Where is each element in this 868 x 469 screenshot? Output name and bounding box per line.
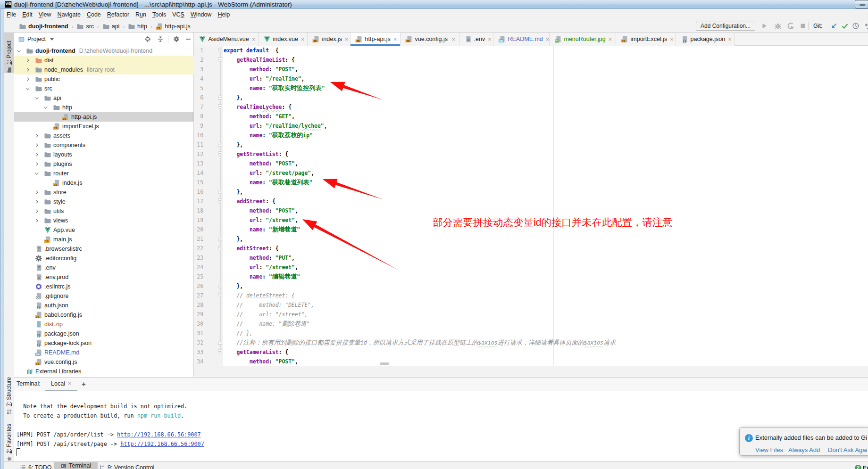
fold-start-icon[interactable] [217,293,223,298]
fold-end-icon[interactable] [217,95,223,100]
terminal-link[interactable]: http://192.168.66.56:9007 [117,431,201,438]
chevron-right-icon[interactable] [34,189,40,195]
tree-item-src[interactable]: src [14,84,194,93]
tree-item-.env.prod[interactable]: .env.prod [14,272,194,282]
menu-help[interactable]: Help [215,9,233,21]
close-icon[interactable]: × [252,36,256,42]
fold-start-icon[interactable] [217,151,223,157]
breadcrumb-item-http-api.js[interactable]: JShttp-api.js [156,23,191,30]
tree-item-.browserslistrc[interactable]: .browserslistrc [14,244,194,254]
editor-tab-http-api.js[interactable]: JShttp-api.js× [351,33,401,46]
chevron-right-icon[interactable] [25,58,31,63]
stop-icon[interactable] [799,22,807,30]
chevron-right-icon[interactable] [34,152,40,157]
tree-item-auth.json[interactable]: {}auth.json [14,301,194,310]
close-icon[interactable]: × [68,380,71,387]
fold-start-icon[interactable] [217,48,223,53]
close-icon[interactable]: × [546,36,550,42]
menu-code[interactable]: Code [83,9,104,21]
statusbar-todo[interactable]: 6: TODO [20,462,52,469]
tree-item-package-lock.json[interactable]: {}package-lock.json [14,338,194,348]
chevron-right-icon[interactable] [25,67,31,73]
collapse-all-icon[interactable] [157,36,164,42]
breadcrumb-item-src[interactable]: src [76,23,94,30]
tree-item-App.vue[interactable]: App.vue [14,225,194,235]
sidebar-tab-project[interactable]: 1: Project [4,33,14,73]
locate-file-icon[interactable] [144,36,151,42]
tree-item-importExcel.js[interactable]: JSimportExcel.js [14,122,194,131]
close-icon[interactable]: × [488,36,492,42]
tree-item-dist[interactable]: dist [14,56,194,65]
fold-start-icon[interactable] [217,246,223,251]
tree-item-.env[interactable]: .env [14,263,194,272]
editor-tab-menuRouter.jpg[interactable]: menuRouter.jpg× [550,33,616,46]
fold-start-icon[interactable] [217,349,223,355]
editor-hscrollbar-thumb[interactable] [380,362,389,365]
close-icon[interactable]: × [609,36,612,42]
event-log-badge[interactable]: 2 [855,465,861,469]
menu-file[interactable]: File [4,9,19,21]
hide-panel-icon[interactable] [185,36,192,42]
tree-item-views[interactable]: views [14,216,194,225]
tree-item-ExternalLibraries[interactable]: External Libraries [14,367,194,376]
tree-item-.editorconfig[interactable]: .editorconfig [14,254,194,263]
menu-refactor[interactable]: Refactor [104,9,132,21]
menu-edit[interactable]: Edit [19,9,36,21]
terminal-link[interactable]: http://192.168.66.56:9007 [120,441,204,447]
tree-item-style[interactable]: style [14,197,194,206]
chevron-down-icon[interactable] [34,171,40,176]
statusbar-version-control[interactable]: 9: Version Control [99,462,154,469]
tree-item-http-api.js[interactable]: JShttp-api.js [14,112,194,122]
menu-view[interactable]: View [35,9,54,21]
minimize-button[interactable] [855,0,868,8]
debug-icon[interactable] [774,22,782,30]
tree-item-utils[interactable]: utils [14,206,194,216]
breadcrumb-item-api[interactable]: api [102,23,120,30]
tree-item-assets[interactable]: assets [14,131,194,140]
tree-item-store[interactable]: store [14,188,194,197]
fold-end-icon[interactable] [217,236,223,242]
dont-ask-again-link[interactable]: Don't Ask Agai [828,446,867,453]
close-icon[interactable]: × [301,36,305,42]
git-commit-icon[interactable] [841,22,849,30]
tree-item-dist.zip[interactable]: dist.zip [14,320,194,329]
tree-item-layouts[interactable]: layouts [14,150,194,159]
tree-item-components[interactable]: components [14,140,194,150]
editor-tab-AsideMenu.vue[interactable]: AsideMenu.vue× [194,33,259,46]
editor-tab-importExcel.js[interactable]: JSimportExcel.js× [616,33,676,46]
tree-item-index.js[interactable]: JSindex.js [14,178,194,188]
tree-item-api[interactable]: api [14,93,194,103]
breadcrumb-item-http[interactable]: http [128,23,147,30]
close-icon[interactable]: × [393,36,397,42]
tree-item-plugins[interactable]: plugins [14,159,194,169]
history-icon[interactable] [852,22,860,30]
chevron-right-icon[interactable] [25,76,31,82]
chevron-right-icon[interactable] [34,208,40,214]
editor-tab-vue.config.js[interactable]: JSvue.config.js× [401,33,459,46]
tree-item-babel.config.js[interactable]: JSbabel.config.js [14,310,194,320]
fold-end-icon[interactable] [217,340,223,346]
menu-run[interactable]: Run [133,9,150,21]
editor-tab-.env[interactable]: .env× [459,33,493,46]
add-configuration-button[interactable]: Add Configuration... [696,22,755,31]
fold-end-icon[interactable] [217,189,223,195]
view-files-link[interactable]: View Files [755,446,783,453]
menu-vcs[interactable]: VCS [169,9,188,21]
fold-end-icon[interactable] [217,142,223,148]
chevron-down-icon[interactable] [34,95,40,101]
tree-item-duoji-frontend[interactable]: duoji-frontendD:\zheheWeb\duoji-frontend [14,46,194,56]
chevron-right-icon[interactable] [34,142,40,148]
menu-window[interactable]: Window [187,9,214,21]
tree-item-http[interactable]: http [14,103,194,112]
project-panel-title[interactable]: Project [27,36,46,42]
tree-item-nodemodules[interactable]: node_moduleslibrary root [14,65,194,74]
always-add-link[interactable]: Always Add [788,446,820,453]
sidebar-tab-structure[interactable]: 7: Structure [4,377,14,415]
tree-item-router[interactable]: router [14,169,194,178]
editor-tab-index.js[interactable]: JSindex.js× [308,33,351,46]
git-update-icon[interactable] [830,22,838,30]
close-icon[interactable]: × [728,36,732,42]
new-terminal-icon[interactable]: + [82,380,86,388]
editor-tab-package.json[interactable]: {}package.json× [676,33,735,46]
chevron-right-icon[interactable] [34,161,40,167]
